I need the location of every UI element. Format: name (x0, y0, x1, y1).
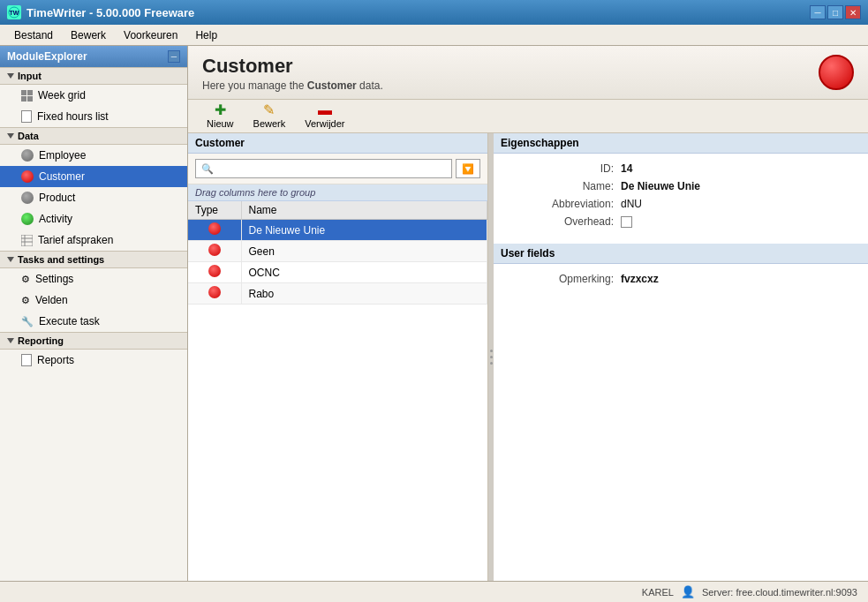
doc-icon-fixed (21, 110, 32, 123)
customer-panel: Customer 🔍 🔽 Drag columns here to group (188, 133, 488, 581)
id-label: ID: (508, 162, 614, 175)
name-value: De Nieuwe Unie (621, 180, 854, 192)
data-section-arrow (7, 133, 14, 139)
bewerk-button[interactable]: ✎ Bewerk (245, 100, 294, 132)
input-section-arrow (7, 73, 14, 79)
grid-icon (21, 90, 33, 102)
properties-grid: ID: 14 Name: De Nieuwe Unie Abbreviation… (494, 154, 868, 237)
execute-icon: 🔧 (21, 316, 34, 327)
table-row[interactable]: Geen (188, 241, 487, 262)
subtitle-bold: Customer (307, 79, 357, 92)
main-layout: ModuleExplorer ─ Input Week grid Fixed h… (0, 46, 868, 581)
nieuw-icon: ✚ (215, 103, 226, 117)
sidebar-item-tarief-afspraken[interactable]: Tarief afspraken (0, 230, 187, 251)
subtitle-end: data. (359, 79, 383, 92)
table-row[interactable]: De Nieuwe Unie (188, 220, 487, 241)
sidebar-title: ModuleExplorer (7, 50, 87, 63)
sidebar-label-week-grid: Week grid (38, 89, 86, 102)
sidebar-collapse-button[interactable]: ─ (168, 50, 180, 63)
splitter-dot-3 (490, 362, 493, 365)
sidebar-item-velden[interactable]: ⚙ Velden (0, 290, 187, 311)
product-icon (21, 192, 34, 204)
col-name: Name (241, 201, 487, 220)
bewerk-label: Bewerk (253, 118, 286, 129)
sidebar-label-employee: Employee (39, 149, 86, 162)
sidebar-item-settings[interactable]: ⚙ Settings (0, 268, 187, 290)
menu-bar: Bestand Bewerk Voorkeuren Help (0, 25, 868, 46)
sidebar-item-execute-task[interactable]: 🔧 Execute task (0, 311, 187, 332)
opmerking-value: fvzxcxz (621, 273, 854, 285)
filter-button[interactable]: 🔽 (456, 159, 480, 178)
svg-rect-2 (21, 235, 33, 246)
status-server: Server: free.cloud.timewriter.nl:9093 (702, 587, 857, 598)
menu-bewerk[interactable]: Bewerk (64, 27, 113, 43)
menu-voorkeuren[interactable]: Voorkeuren (117, 27, 185, 43)
user-fields-title: User fields (494, 244, 868, 264)
title-bar: TW TimeWriter - 5.00.000 Freeware ─ □ ✕ (0, 0, 868, 25)
sidebar-item-product[interactable]: Product (0, 187, 187, 208)
cell-name: OCNC (241, 262, 487, 283)
verwijder-button[interactable]: ▬ Verwijder (297, 100, 352, 132)
app-icon: TW (7, 5, 21, 19)
cell-name: Rabo (241, 283, 487, 305)
customer-panel-title: Customer (188, 133, 487, 154)
close-button[interactable]: ✕ (845, 5, 861, 19)
sidebar-item-employee[interactable]: Employee (0, 145, 187, 166)
overhead-checkbox[interactable] (621, 216, 632, 228)
id-value: 14 (621, 162, 854, 175)
page-header: Customer Here you manage the Customer da… (188, 46, 868, 100)
sidebar-section-tasks[interactable]: Tasks and settings (0, 251, 187, 268)
nieuw-button[interactable]: ✚ Nieuw (199, 100, 242, 132)
table-row[interactable]: Rabo (188, 283, 487, 305)
sidebar-item-reports[interactable]: Reports (0, 350, 187, 371)
sidebar-section-data[interactable]: Data (0, 127, 187, 145)
reporting-section-label: Reporting (18, 335, 64, 346)
tasks-section-arrow (7, 257, 14, 262)
group-header: Drag columns here to group (188, 184, 487, 201)
sidebar-item-customer[interactable]: Customer (0, 166, 187, 187)
window-controls[interactable]: ─ □ ✕ (810, 5, 861, 19)
abbreviation-label: Abbreviation: (508, 198, 614, 210)
sidebar-item-activity[interactable]: Activity (0, 208, 187, 230)
cell-name: De Nieuwe Unie (241, 220, 487, 241)
customer-table: Type Name De Nieuwe UnieGeenOCNCRabo (188, 201, 487, 305)
type-circle-icon (208, 244, 221, 256)
customer-icon (21, 170, 34, 183)
search-icon: 🔍 (201, 163, 214, 175)
search-wrapper[interactable]: 🔍 (195, 159, 452, 178)
velden-icon: ⚙ (21, 295, 30, 306)
sidebar-section-reporting[interactable]: Reporting (0, 332, 187, 350)
tarief-icon (21, 235, 33, 246)
tasks-section-label: Tasks and settings (18, 254, 104, 265)
content-area: Customer Here you manage the Customer da… (188, 46, 868, 581)
sidebar-item-fixed-hours-list[interactable]: Fixed hours list (0, 106, 187, 127)
toolbar: ✚ Nieuw ✎ Bewerk ▬ Verwijder (188, 100, 868, 133)
verwijder-icon: ▬ (318, 103, 332, 117)
maximize-button[interactable]: □ (827, 5, 843, 19)
overhead-label: Overhead: (508, 215, 614, 228)
sidebar-label-product: Product (39, 192, 75, 204)
bewerk-icon: ✎ (263, 103, 275, 117)
minimize-button[interactable]: ─ (810, 5, 826, 19)
type-circle-icon (208, 286, 221, 298)
cell-type (188, 262, 241, 283)
menu-bestand[interactable]: Bestand (7, 27, 60, 43)
table-row[interactable]: OCNC (188, 262, 487, 283)
eigenschappen-title: Eigenschappen (494, 133, 868, 154)
cell-type (188, 241, 241, 262)
sidebar-label-reports: Reports (37, 354, 74, 366)
properties-panel: Eigenschappen ID: 14 Name: De Nieuwe Uni… (494, 133, 868, 581)
sidebar-item-week-grid[interactable]: Week grid (0, 85, 187, 106)
status-bar: KAREL 👤 Server: free.cloud.timewriter.nl… (0, 581, 868, 602)
abbreviation-value: dNU (621, 198, 854, 210)
sidebar-header: ModuleExplorer ─ (0, 46, 187, 67)
cell-type (188, 283, 241, 305)
page-subtitle: Here you manage the Customer data. (202, 79, 383, 92)
sidebar-label-velden: Velden (35, 294, 68, 306)
name-label: Name: (508, 180, 614, 192)
menu-help[interactable]: Help (188, 27, 224, 43)
user-icon: 👤 (681, 585, 695, 598)
sidebar-section-input[interactable]: Input (0, 67, 187, 85)
sidebar-label-execute: Execute task (39, 315, 100, 327)
search-input[interactable] (214, 162, 446, 175)
